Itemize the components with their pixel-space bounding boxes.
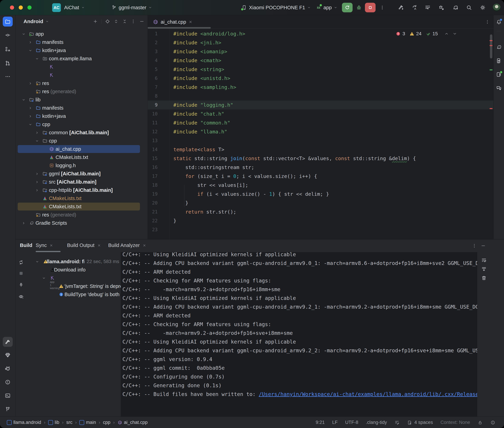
collapse-all-icon[interactable] [122,19,127,24]
close-window-button[interactable] [10,6,14,10]
tab-sync[interactable]: Sync [36,243,53,248]
tree-item-ai-chat-cpp[interactable]: Cai_chat.cpp [16,145,147,153]
chevron-right-icon[interactable] [35,172,39,176]
code-line-14[interactable]: 14template<class T> [148,145,493,154]
tree-item-kotlin-java[interactable]: kotlin+java [16,46,147,54]
breadcrumb[interactable]: llama.android›lib›src›main›cpp›Cai_chat.… [7,417,148,428]
tree-item-ggml[interactable]: ggml [AiChat.lib.main] [16,170,147,178]
breadcrumb-item-cpp[interactable]: cpp [103,420,111,425]
app-insights-icon[interactable] [5,352,11,358]
gemini-chat-icon[interactable] [496,85,502,91]
build-tool-button[interactable] [3,337,13,347]
sync-tree-item[interactable]: build.gradle.kts app 1 warning [26,274,120,282]
code-line-23[interactable]: 23 [148,225,493,234]
inspections-widget[interactable]: 3 24 15 [396,31,457,36]
line-ending[interactable]: LF [332,420,338,425]
add-icon[interactable] [93,19,98,24]
change-stripe-mark[interactable] [490,69,493,70]
code-line-7[interactable]: 7#include <sampling.h> [148,83,493,92]
sync-tree-item[interactable]: llama.android: fi22 sec, 583 ms [26,257,120,266]
sync-tree-item[interactable]: Download info [26,266,120,274]
tree-item-gradle-scripts[interactable]: Gradle Scripts [16,219,147,227]
user-avatar[interactable] [493,4,501,11]
chevron-down-icon[interactable] [42,276,46,280]
hide-panel-icon[interactable] [139,19,144,24]
tree-item-res[interactable]: res [16,79,147,87]
code-line-11[interactable]: 11#include "common.h" [148,118,493,127]
breadcrumb-item-src[interactable]: src [66,420,72,425]
hide-panel-icon[interactable] [481,243,486,248]
run-config-selector[interactable]: app [316,0,337,15]
chevron-right-icon[interactable] [35,180,39,184]
sync-tree-item[interactable]: BuildType 'debug' is both de [26,290,120,298]
tree-item-manifests[interactable]: manifests [16,38,147,46]
code-line-12[interactable]: 12#include "llama.h" [148,127,493,136]
version-control-icon[interactable] [5,406,11,412]
problems-icon[interactable] [5,379,11,385]
indent-setting[interactable]: 4 spaces [407,420,433,425]
code-line-17[interactable]: 17 for (size_t i = 0; i < values.size();… [148,172,493,181]
build-output-path-link[interactable]: /Users/hanyin/Workspace/ai-chat/examples… [259,391,477,397]
chevron-down-icon[interactable] [28,49,32,53]
code-line-16[interactable]: 16 std::ostringstream str; [148,163,493,172]
tree-item-cmakelists-txt[interactable]: CMakeLists.txt [16,202,147,211]
editor-options-icon[interactable] [485,19,490,25]
attach-debugger-icon[interactable] [438,4,444,11]
running-devices-icon[interactable] [496,71,502,78]
tree-item-cpp[interactable]: cpp [16,120,147,128]
terminal-icon[interactable] [5,393,11,399]
code-line-5[interactable]: 5#include <string> [148,65,493,74]
gradle-tool-icon[interactable] [496,44,502,50]
tree-item-com-example-llama[interactable]: com.example.llama [16,54,147,63]
code-line-8[interactable]: 8 [148,92,493,100]
more-run-actions-button[interactable] [377,3,388,12]
breadcrumb-item-ai-chat-cpp[interactable]: Cai_chat.cpp [118,420,148,425]
expand-all-icon[interactable] [113,19,119,24]
tree-item-kotlin-java[interactable]: kotlin+java [16,112,147,120]
device-selector[interactable]: Xiaomi POCOPHONE F1 [241,0,311,15]
apply-changes-icon[interactable]: A [411,4,418,11]
code-line-21[interactable]: 21 return str.str(); [148,207,493,216]
tree-item-app[interactable]: app [16,30,147,38]
error-stripe-mark[interactable] [490,40,493,41]
minimize-window-button[interactable] [19,6,23,10]
scroll-to-end-icon[interactable] [481,266,487,272]
gradle-sync-icon[interactable] [452,4,459,11]
tree-item-common[interactable]: common [AiChat.lib.main] [16,128,147,137]
more-tools-icon[interactable] [5,74,11,80]
soft-wrap-icon[interactable] [481,257,487,263]
structure-tool-icon[interactable] [5,46,11,52]
error-stripe-mark[interactable] [490,45,493,46]
prev-problem-icon[interactable] [444,31,449,36]
tree-item-mainactivity-kt[interactable]: MainActivity.kt [16,63,147,71]
chevron-right-icon[interactable] [22,221,26,225]
tree-item-cmakelists-txt[interactable]: CMakeLists.txt [16,153,147,161]
code-line-2[interactable]: 2#include <jni.h> [148,38,493,47]
lock-open-icon[interactable] [478,420,483,425]
stop-button[interactable] [365,3,376,12]
chevron-right-icon[interactable] [35,131,39,135]
tree-item-src[interactable]: src [AiChat.lib.main] [16,178,147,186]
breadcrumb-item-llama-android[interactable]: llama.android [7,420,41,425]
chevron-down-icon[interactable] [35,260,39,264]
code-line-10[interactable]: 10#include "chat.h" [148,109,493,118]
code-line-6[interactable]: 6#include <unistd.h> [148,74,493,83]
close-tab-icon[interactable] [143,244,146,247]
chevron-right-icon[interactable] [28,106,32,110]
code-line-13[interactable]: 13 [148,136,493,145]
pin-icon[interactable] [18,282,24,288]
error-stripe-mark[interactable] [490,108,493,109]
close-tab-icon[interactable] [188,20,193,24]
code-line-3[interactable]: 3#include <iomanip> [148,47,493,56]
project-tool-button[interactable] [3,16,13,26]
search-icon[interactable] [466,4,472,11]
device-manager-icon[interactable] [496,58,502,64]
next-problem-icon[interactable] [452,31,457,36]
sync-tree-item[interactable]: 'jvmTarget: String' is deprec [26,282,120,290]
chevron-down-icon[interactable] [28,123,32,127]
build-run-icon[interactable] [398,4,404,11]
code-line-19[interactable]: 19 if (i < values.size() - 1) { str << d… [148,189,493,198]
code-line-15[interactable]: 15static std::string join(const std::vec… [148,154,493,163]
breadcrumb-item-lib[interactable]: lib [48,420,59,425]
chevron-right-icon[interactable] [28,114,32,118]
